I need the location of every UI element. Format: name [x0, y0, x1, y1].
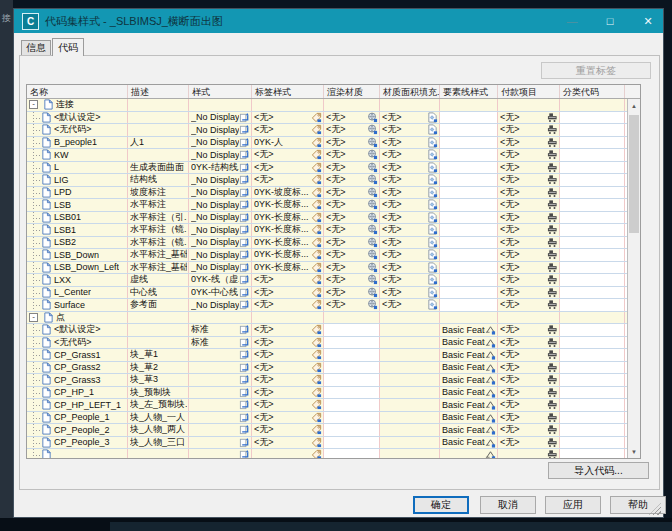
style-picker-icon[interactable]: [239, 362, 250, 373]
cell-label_style[interactable]: <无>: [252, 324, 324, 336]
cell-render_material[interactable]: [324, 449, 380, 458]
cell-style[interactable]: _No Display: [189, 199, 252, 211]
feature-line-icon[interactable]: [485, 449, 496, 458]
cell-name[interactable]: <默认设定>: [27, 324, 128, 336]
cell-class_code[interactable]: [560, 187, 625, 199]
style-picker-icon[interactable]: [239, 387, 250, 398]
pay-item-icon[interactable]: [547, 212, 558, 223]
label-style-icon[interactable]: [311, 287, 322, 298]
cell-pay_item[interactable]: <无>: [498, 212, 560, 224]
style-picker-icon[interactable]: [239, 249, 250, 260]
style-picker-icon[interactable]: [239, 224, 250, 235]
cell-name[interactable]: [27, 449, 128, 458]
label-style-icon[interactable]: [311, 437, 322, 448]
cell-name[interactable]: -连接: [27, 99, 128, 111]
cell-render_material[interactable]: [324, 312, 380, 324]
cell-render_material[interactable]: <无>: [324, 212, 380, 224]
cell-desc[interactable]: [128, 124, 189, 136]
label-style-icon[interactable]: [311, 174, 322, 185]
cell-feature_line[interactable]: [440, 124, 498, 136]
pay-item-icon[interactable]: [547, 337, 558, 348]
cell-desc[interactable]: [128, 112, 189, 124]
pay-item-icon[interactable]: [547, 237, 558, 248]
cell-render_material[interactable]: [324, 349, 380, 361]
material-fill-icon[interactable]: [427, 149, 438, 160]
cell-feature_line[interactable]: [440, 262, 498, 274]
cell-feature_line[interactable]: [440, 112, 498, 124]
cell-desc[interactable]: 中心线: [128, 287, 189, 299]
material-fill-icon[interactable]: [427, 199, 438, 210]
pay-item-icon[interactable]: [547, 424, 558, 435]
table-row[interactable]: LSB水平标注_No Display0YK-长度标...<无><无><无>: [27, 199, 627, 212]
cell-render_material[interactable]: [324, 324, 380, 336]
style-picker-icon[interactable]: [239, 199, 250, 210]
cell-label_style[interactable]: 0YK-坡度标...: [252, 187, 324, 199]
pay-item-icon[interactable]: [547, 299, 558, 310]
cell-class_code[interactable]: [560, 287, 625, 299]
column-header-style[interactable]: 样式: [189, 85, 252, 98]
cell-desc[interactable]: 结构线: [128, 174, 189, 186]
cell-feature_line[interactable]: [440, 237, 498, 249]
cell-name[interactable]: CP_Grass1: [27, 349, 128, 361]
label-style-icon[interactable]: [311, 324, 322, 335]
material-fill-icon[interactable]: [427, 174, 438, 185]
cell-label_style[interactable]: <无>: [252, 437, 324, 449]
cell-material_fill[interactable]: <无>: [380, 224, 440, 236]
render-material-icon[interactable]: [367, 112, 378, 123]
vertical-scrollbar[interactable]: ▲ ▼: [627, 99, 640, 458]
cell-render_material[interactable]: [324, 412, 380, 424]
cell-name[interactable]: LSB1: [27, 224, 128, 236]
pay-item-icon[interactable]: [547, 412, 558, 423]
cell-feature_line[interactable]: Basic Featu...: [440, 362, 498, 374]
cell-class_code[interactable]: [560, 199, 625, 211]
cell-class_code[interactable]: [560, 449, 625, 458]
cell-feature_line[interactable]: [440, 299, 498, 311]
cell-label_style[interactable]: <无>: [252, 112, 324, 124]
cell-material_fill[interactable]: <无>: [380, 137, 440, 149]
cell-material_fill[interactable]: [380, 362, 440, 374]
cell-style[interactable]: _No Display: [189, 212, 252, 224]
cell-name[interactable]: LSB: [27, 199, 128, 211]
material-fill-icon[interactable]: [427, 237, 438, 248]
dialog-button-cancel[interactable]: 取消: [480, 496, 536, 514]
cell-style[interactable]: [189, 99, 252, 111]
table-row[interactable]: CP_People_3块_人物_三口<无>Basic Featu...<无>: [27, 437, 627, 450]
cell-name[interactable]: L_Center: [27, 287, 128, 299]
cell-name[interactable]: <默认设定>: [27, 112, 128, 124]
cell-label_style[interactable]: <无>: [252, 174, 324, 186]
style-picker-icon[interactable]: [239, 174, 250, 185]
cell-desc[interactable]: 块_草1: [128, 349, 189, 361]
cell-name[interactable]: L: [27, 162, 128, 174]
cell-class_code[interactable]: [560, 99, 625, 111]
cell-label_style[interactable]: <无>: [252, 162, 324, 174]
cell-name[interactable]: LIG: [27, 174, 128, 186]
style-picker-icon[interactable]: [239, 162, 250, 173]
cell-style[interactable]: _No Display: [189, 137, 252, 149]
cell-style[interactable]: _No Display: [189, 149, 252, 161]
cell-material_fill[interactable]: <无>: [380, 262, 440, 274]
style-picker-icon[interactable]: [239, 337, 250, 348]
cell-pay_item[interactable]: <无>: [498, 374, 560, 386]
cell-pay_item[interactable]: <无>: [498, 149, 560, 161]
cell-feature_line[interactable]: [440, 174, 498, 186]
cell-pay_item[interactable]: <无>: [498, 324, 560, 336]
cell-label_style[interactable]: <无>: [252, 349, 324, 361]
cell-feature_line[interactable]: [440, 162, 498, 174]
cell-label_style[interactable]: 0YK-长度标...: [252, 199, 324, 211]
style-picker-icon[interactable]: [239, 187, 250, 198]
material-fill-icon[interactable]: [427, 287, 438, 298]
label-style-icon[interactable]: [311, 149, 322, 160]
label-style-icon[interactable]: [311, 362, 322, 373]
cell-label_style[interactable]: <无>: [252, 374, 324, 386]
pay-item-icon[interactable]: [547, 349, 558, 360]
cell-desc[interactable]: 块_预制块: [128, 387, 189, 399]
cell-class_code[interactable]: [560, 424, 625, 436]
style-picker-icon[interactable]: [239, 137, 250, 148]
cell-style[interactable]: _No Display: [189, 124, 252, 136]
cell-desc[interactable]: 块_左_预制块...: [128, 399, 189, 411]
cell-pay_item[interactable]: [498, 99, 560, 111]
cell-class_code[interactable]: [560, 112, 625, 124]
cell-style[interactable]: _No Display: [189, 224, 252, 236]
cell-label_style[interactable]: 0YK-长度标...: [252, 224, 324, 236]
cell-style[interactable]: _No Display: [189, 249, 252, 261]
